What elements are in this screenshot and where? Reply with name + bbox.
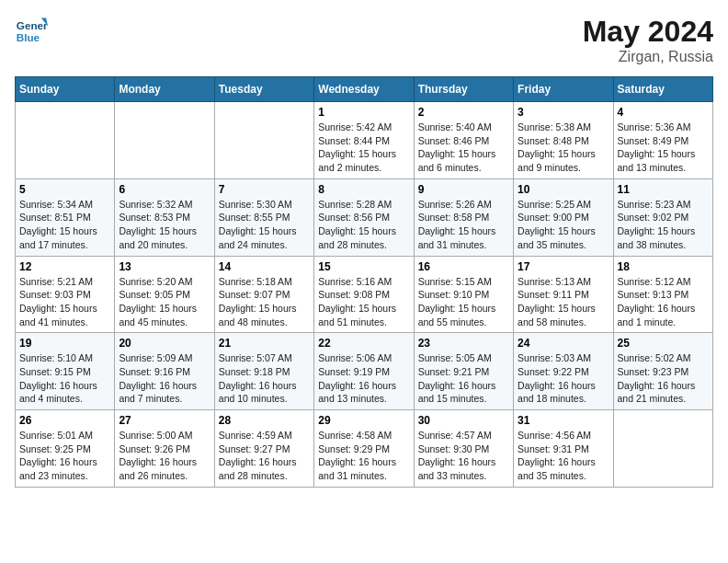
day-number: 6 xyxy=(119,183,210,196)
day-number: 2 xyxy=(418,106,509,119)
day-info: Sunrise: 5:21 AM Sunset: 9:03 PM Dayligh… xyxy=(19,275,110,329)
calendar-cell: 24Sunrise: 5:03 AM Sunset: 9:22 PM Dayli… xyxy=(514,333,613,410)
calendar-cell: 15Sunrise: 5:16 AM Sunset: 9:08 PM Dayli… xyxy=(314,256,414,333)
day-number: 23 xyxy=(418,337,509,350)
weekday-header-monday: Monday xyxy=(115,77,214,102)
day-number: 28 xyxy=(219,414,310,427)
day-info: Sunrise: 5:02 AM Sunset: 9:23 PM Dayligh… xyxy=(618,351,709,406)
day-info: Sunrise: 5:38 AM Sunset: 8:48 PM Dayligh… xyxy=(518,121,609,175)
week-row-1: 1Sunrise: 5:42 AM Sunset: 8:44 PM Daylig… xyxy=(16,102,713,179)
day-info: Sunrise: 5:30 AM Sunset: 8:55 PM Dayligh… xyxy=(219,198,310,252)
day-number: 21 xyxy=(219,337,310,350)
week-row-5: 26Sunrise: 5:01 AM Sunset: 9:25 PM Dayli… xyxy=(16,410,713,488)
day-info: Sunrise: 5:10 AM Sunset: 9:15 PM Dayligh… xyxy=(19,351,110,406)
calendar-cell: 6Sunrise: 5:32 AM Sunset: 8:53 PM Daylig… xyxy=(115,178,214,256)
svg-text:Blue: Blue xyxy=(17,31,40,43)
day-number: 20 xyxy=(119,337,210,350)
calendar-cell: 16Sunrise: 5:15 AM Sunset: 9:10 PM Dayli… xyxy=(414,256,513,333)
calendar-table: SundayMondayTuesdayWednesdayThursdayFrid… xyxy=(15,76,713,488)
calendar-cell: 21Sunrise: 5:07 AM Sunset: 9:18 PM Dayli… xyxy=(214,333,313,410)
day-number: 12 xyxy=(19,260,110,273)
calendar-cell: 26Sunrise: 5:01 AM Sunset: 9:25 PM Dayli… xyxy=(16,410,115,488)
weekday-header-wednesday: Wednesday xyxy=(314,77,414,102)
calendar-cell: 30Sunrise: 4:57 AM Sunset: 9:30 PM Dayli… xyxy=(414,410,513,488)
day-info: Sunrise: 5:26 AM Sunset: 8:58 PM Dayligh… xyxy=(418,198,509,252)
day-info: Sunrise: 5:40 AM Sunset: 8:46 PM Dayligh… xyxy=(418,121,509,175)
day-number: 15 xyxy=(318,260,409,273)
logo: General Blue xyxy=(15,15,48,48)
day-number: 3 xyxy=(518,106,609,119)
day-number: 24 xyxy=(518,337,609,350)
calendar-cell: 29Sunrise: 4:58 AM Sunset: 9:29 PM Dayli… xyxy=(314,410,414,488)
day-info: Sunrise: 4:59 AM Sunset: 9:27 PM Dayligh… xyxy=(219,429,310,483)
day-number: 19 xyxy=(19,337,110,350)
calendar-cell: 1Sunrise: 5:42 AM Sunset: 8:44 PM Daylig… xyxy=(314,102,414,179)
weekday-header-tuesday: Tuesday xyxy=(214,77,313,102)
calendar-cell: 9Sunrise: 5:26 AM Sunset: 8:58 PM Daylig… xyxy=(414,178,513,256)
svg-text:General: General xyxy=(17,19,48,31)
day-number: 10 xyxy=(518,183,609,196)
day-info: Sunrise: 5:12 AM Sunset: 9:13 PM Dayligh… xyxy=(618,275,709,329)
week-row-3: 12Sunrise: 5:21 AM Sunset: 9:03 PM Dayli… xyxy=(16,256,713,333)
day-number: 7 xyxy=(219,183,310,196)
location-title: Zirgan, Russia xyxy=(583,49,713,65)
day-info: Sunrise: 4:58 AM Sunset: 9:29 PM Dayligh… xyxy=(318,429,409,483)
day-info: Sunrise: 5:16 AM Sunset: 9:08 PM Dayligh… xyxy=(318,275,409,329)
day-number: 30 xyxy=(418,414,509,427)
day-info: Sunrise: 5:05 AM Sunset: 9:21 PM Dayligh… xyxy=(418,351,509,406)
day-number: 25 xyxy=(618,337,709,350)
day-info: Sunrise: 5:32 AM Sunset: 8:53 PM Dayligh… xyxy=(119,198,210,252)
day-number: 29 xyxy=(318,414,409,427)
week-row-2: 5Sunrise: 5:34 AM Sunset: 8:51 PM Daylig… xyxy=(16,178,713,256)
title-block: May 2024 Zirgan, Russia xyxy=(583,15,713,65)
day-info: Sunrise: 5:23 AM Sunset: 9:02 PM Dayligh… xyxy=(618,198,709,252)
calendar-cell: 18Sunrise: 5:12 AM Sunset: 9:13 PM Dayli… xyxy=(613,256,712,333)
calendar-cell: 2Sunrise: 5:40 AM Sunset: 8:46 PM Daylig… xyxy=(414,102,513,179)
weekday-header-thursday: Thursday xyxy=(414,77,513,102)
day-number: 13 xyxy=(119,260,210,273)
day-number: 11 xyxy=(618,183,709,196)
calendar-cell: 4Sunrise: 5:36 AM Sunset: 8:49 PM Daylig… xyxy=(613,102,712,179)
day-number: 14 xyxy=(219,260,310,273)
day-info: Sunrise: 5:07 AM Sunset: 9:18 PM Dayligh… xyxy=(219,351,310,406)
calendar-cell: 28Sunrise: 4:59 AM Sunset: 9:27 PM Dayli… xyxy=(214,410,313,488)
day-number: 31 xyxy=(518,414,609,427)
day-number: 4 xyxy=(618,106,709,119)
calendar-cell: 13Sunrise: 5:20 AM Sunset: 9:05 PM Dayli… xyxy=(115,256,214,333)
weekday-header-sunday: Sunday xyxy=(16,77,115,102)
weekday-header-row: SundayMondayTuesdayWednesdayThursdayFrid… xyxy=(16,77,713,102)
day-info: Sunrise: 5:28 AM Sunset: 8:56 PM Dayligh… xyxy=(318,198,409,252)
day-info: Sunrise: 5:01 AM Sunset: 9:25 PM Dayligh… xyxy=(19,429,110,483)
calendar-cell: 14Sunrise: 5:18 AM Sunset: 9:07 PM Dayli… xyxy=(214,256,313,333)
calendar-cell xyxy=(214,102,313,179)
day-number: 9 xyxy=(418,183,509,196)
calendar-cell: 20Sunrise: 5:09 AM Sunset: 9:16 PM Dayli… xyxy=(115,333,214,410)
day-number: 18 xyxy=(618,260,709,273)
calendar-cell: 27Sunrise: 5:00 AM Sunset: 9:26 PM Dayli… xyxy=(115,410,214,488)
calendar-cell: 8Sunrise: 5:28 AM Sunset: 8:56 PM Daylig… xyxy=(314,178,414,256)
day-info: Sunrise: 5:18 AM Sunset: 9:07 PM Dayligh… xyxy=(219,275,310,329)
day-number: 16 xyxy=(418,260,509,273)
calendar-cell: 11Sunrise: 5:23 AM Sunset: 9:02 PM Dayli… xyxy=(613,178,712,256)
day-info: Sunrise: 5:03 AM Sunset: 9:22 PM Dayligh… xyxy=(518,351,609,406)
day-number: 8 xyxy=(318,183,409,196)
page-header: General Blue May 2024 Zirgan, Russia xyxy=(15,15,713,65)
calendar-cell: 17Sunrise: 5:13 AM Sunset: 9:11 PM Dayli… xyxy=(514,256,613,333)
day-info: Sunrise: 5:15 AM Sunset: 9:10 PM Dayligh… xyxy=(418,275,509,329)
month-title: May 2024 xyxy=(583,15,713,49)
day-info: Sunrise: 5:13 AM Sunset: 9:11 PM Dayligh… xyxy=(518,275,609,329)
day-info: Sunrise: 5:34 AM Sunset: 8:51 PM Dayligh… xyxy=(19,198,110,252)
calendar-cell xyxy=(115,102,214,179)
calendar-cell xyxy=(16,102,115,179)
day-info: Sunrise: 5:36 AM Sunset: 8:49 PM Dayligh… xyxy=(618,121,709,175)
day-number: 26 xyxy=(19,414,110,427)
calendar-cell: 5Sunrise: 5:34 AM Sunset: 8:51 PM Daylig… xyxy=(16,178,115,256)
day-info: Sunrise: 5:09 AM Sunset: 9:16 PM Dayligh… xyxy=(119,351,210,406)
day-info: Sunrise: 5:25 AM Sunset: 9:00 PM Dayligh… xyxy=(518,198,609,252)
calendar-cell: 22Sunrise: 5:06 AM Sunset: 9:19 PM Dayli… xyxy=(314,333,414,410)
day-number: 5 xyxy=(19,183,110,196)
day-number: 27 xyxy=(119,414,210,427)
day-info: Sunrise: 4:56 AM Sunset: 9:31 PM Dayligh… xyxy=(518,429,609,483)
calendar-cell: 19Sunrise: 5:10 AM Sunset: 9:15 PM Dayli… xyxy=(16,333,115,410)
day-number: 22 xyxy=(318,337,409,350)
